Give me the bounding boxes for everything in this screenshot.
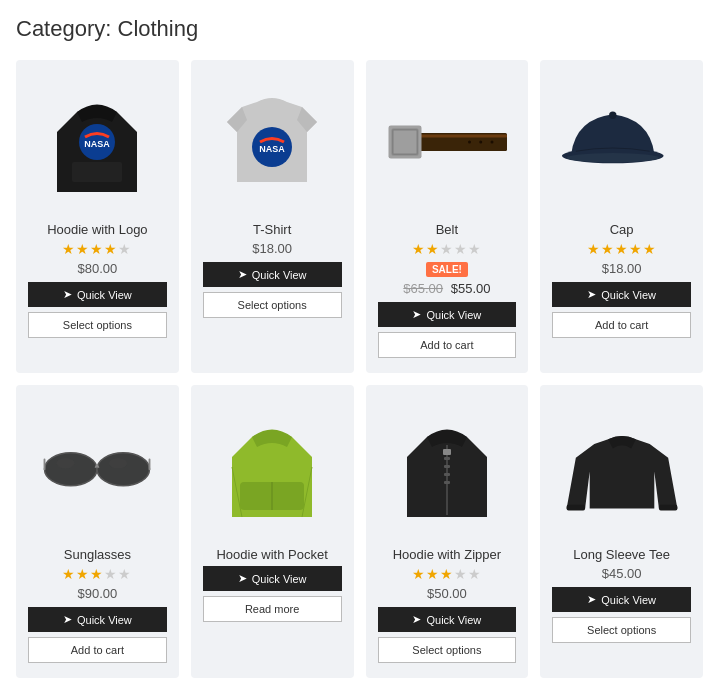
product-price: $18.00 <box>602 261 642 276</box>
star-empty: ★ <box>118 241 132 257</box>
product-image-hoodie-zipper <box>378 397 517 537</box>
select-options-button-longsleeve[interactable]: Select options <box>552 617 691 643</box>
product-price: $18.00 <box>252 241 292 256</box>
star-filled: ★ <box>104 241 118 257</box>
arrow-icon: ➤ <box>412 613 421 626</box>
quick-view-button-hoodie-logo[interactable]: ➤ Quick View <box>28 282 167 307</box>
svg-rect-9 <box>393 130 417 154</box>
product-card-tshirt: NASA T-Shirt $18.00 ➤ Quick View Select … <box>191 60 354 373</box>
star-filled: ★ <box>90 566 104 582</box>
product-card-hoodie-zipper: Hoodie with Zipper ★★★★★ $50.00 ➤ Quick … <box>366 385 529 678</box>
star-filled: ★ <box>412 241 426 257</box>
star-filled: ★ <box>76 241 90 257</box>
product-price: $50.00 <box>427 586 467 601</box>
original-price: $65.00 <box>403 281 443 296</box>
svg-point-15 <box>566 153 658 162</box>
star-empty: ★ <box>454 566 468 582</box>
star-empty: ★ <box>454 241 468 257</box>
product-stars: ★★★★★ <box>62 566 132 582</box>
read-more-button-hoodie-pocket[interactable]: Read more <box>203 596 342 622</box>
svg-rect-30 <box>444 457 450 460</box>
product-image-belt <box>378 72 517 212</box>
svg-point-23 <box>57 458 75 469</box>
product-image-cap <box>552 72 691 212</box>
star-empty: ★ <box>440 241 454 257</box>
select-options-button-tshirt[interactable]: Select options <box>203 292 342 318</box>
svg-rect-34 <box>443 449 451 455</box>
product-name: Cap <box>610 222 634 237</box>
product-name: Long Sleeve Tee <box>573 547 670 562</box>
product-stars: ★★★★★ <box>412 241 482 257</box>
product-stars: ★★★★★ <box>62 241 132 257</box>
select-options-button-hoodie-zipper[interactable]: Select options <box>378 637 517 663</box>
svg-rect-6 <box>417 135 507 138</box>
star-filled: ★ <box>440 566 454 582</box>
product-stars: ★★★★★ <box>587 241 657 257</box>
quick-view-button-cap[interactable]: ➤ Quick View <box>552 282 691 307</box>
star-filled: ★ <box>76 566 90 582</box>
product-price: SALE! $65.00 $55.00 <box>403 261 490 296</box>
star-filled: ★ <box>615 241 629 257</box>
add-to-cart-button-cap[interactable]: Add to cart <box>552 312 691 338</box>
star-empty: ★ <box>118 566 132 582</box>
svg-rect-35 <box>566 505 584 511</box>
add-to-cart-button-belt[interactable]: Add to cart <box>378 332 517 358</box>
star-filled: ★ <box>587 241 601 257</box>
product-card-sunglasses: Sunglasses ★★★★★ $90.00 ➤ Quick View Add… <box>16 385 179 678</box>
product-name: Hoodie with Pocket <box>216 547 327 562</box>
star-filled: ★ <box>90 241 104 257</box>
star-filled: ★ <box>62 566 76 582</box>
quick-view-button-longsleeve[interactable]: ➤ Quick View <box>552 587 691 612</box>
arrow-icon: ➤ <box>412 308 421 321</box>
product-card-longsleeve: Long Sleeve Tee $45.00 ➤ Quick View Sele… <box>540 385 703 678</box>
star-filled: ★ <box>412 566 426 582</box>
arrow-icon: ➤ <box>63 288 72 301</box>
star-empty: ★ <box>104 566 118 582</box>
sale-price: $55.00 <box>451 281 491 296</box>
star-filled: ★ <box>629 241 643 257</box>
svg-point-10 <box>468 141 471 144</box>
svg-point-14 <box>609 112 616 119</box>
product-price: $80.00 <box>77 261 117 276</box>
product-name: Belt <box>436 222 458 237</box>
product-name: Hoodie with Zipper <box>393 547 501 562</box>
select-options-button-hoodie-logo[interactable]: Select options <box>28 312 167 338</box>
quick-view-button-tshirt[interactable]: ➤ Quick View <box>203 262 342 287</box>
quick-view-button-hoodie-pocket[interactable]: ➤ Quick View <box>203 566 342 591</box>
product-card-hoodie-pocket: Hoodie with Pocket ➤ Quick View Read mor… <box>191 385 354 678</box>
arrow-icon: ➤ <box>63 613 72 626</box>
add-to-cart-button-sunglasses[interactable]: Add to cart <box>28 637 167 663</box>
svg-rect-32 <box>444 473 450 476</box>
star-empty: ★ <box>468 241 482 257</box>
product-card-hoodie-logo: NASA Hoodie with Logo ★★★★★ $80.00 ➤ Qui… <box>16 60 179 373</box>
arrow-icon: ➤ <box>238 572 247 585</box>
sale-badge: SALE! <box>426 262 468 277</box>
star-filled: ★ <box>643 241 657 257</box>
svg-point-11 <box>479 141 482 144</box>
star-filled: ★ <box>426 241 440 257</box>
product-card-belt: Belt ★★★★★ SALE! $65.00 $55.00 ➤ Quick V… <box>366 60 529 373</box>
product-image-longsleeve <box>552 397 691 537</box>
svg-rect-33 <box>444 481 450 484</box>
svg-point-12 <box>490 141 493 144</box>
svg-rect-31 <box>444 465 450 468</box>
product-name: T-Shirt <box>253 222 291 237</box>
product-stars: ★★★★★ <box>412 566 482 582</box>
product-image-hoodie-logo: NASA <box>28 72 167 212</box>
svg-text:NASA: NASA <box>259 144 285 154</box>
product-image-hoodie-pocket <box>203 397 342 537</box>
quick-view-button-hoodie-zipper[interactable]: ➤ Quick View <box>378 607 517 632</box>
star-filled: ★ <box>62 241 76 257</box>
products-grid: NASA Hoodie with Logo ★★★★★ $80.00 ➤ Qui… <box>16 60 703 678</box>
svg-rect-36 <box>659 505 677 511</box>
quick-view-button-sunglasses[interactable]: ➤ Quick View <box>28 607 167 632</box>
star-filled: ★ <box>426 566 440 582</box>
product-price: $90.00 <box>77 586 117 601</box>
arrow-icon: ➤ <box>587 593 596 606</box>
svg-rect-0 <box>72 162 122 182</box>
product-image-sunglasses <box>28 397 167 537</box>
svg-text:NASA: NASA <box>85 139 111 149</box>
star-empty: ★ <box>468 566 482 582</box>
quick-view-button-belt[interactable]: ➤ Quick View <box>378 302 517 327</box>
product-price: $45.00 <box>602 566 642 581</box>
